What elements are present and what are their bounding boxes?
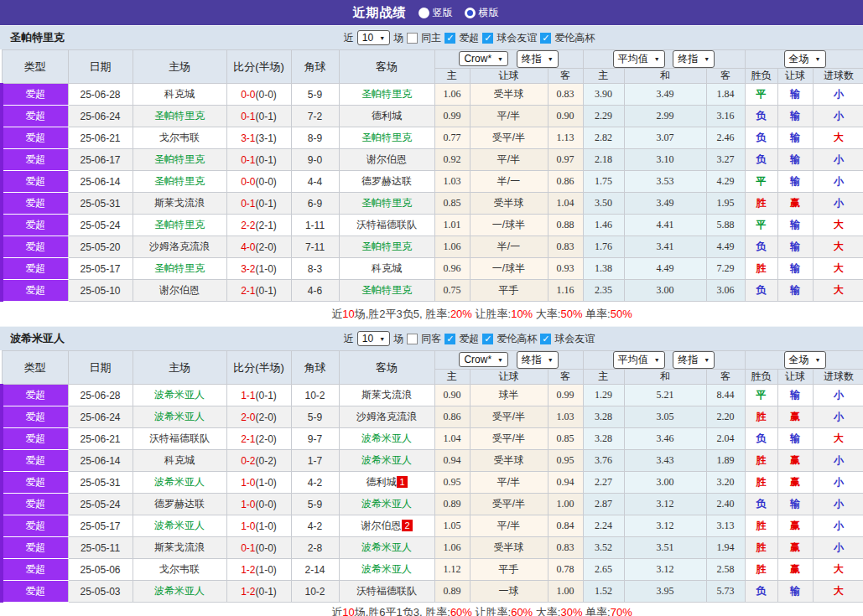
league-type-cell[interactable]: 爱超 [2,84,68,106]
away-team-name[interactable]: 圣帕特里克 [361,88,412,100]
league-type-cell[interactable]: 爱超 [2,581,68,603]
league-type-cell[interactable]: 爱超 [2,537,68,559]
away-team-cell[interactable]: 圣帕特里克 [339,280,434,302]
home-team-cell[interactable]: 圣帕特里克 [133,106,226,127]
league-type-cell[interactable]: 爱超 [2,494,68,515]
away-team-cell[interactable]: 波希米亚人 [339,494,434,515]
away-team-cell[interactable]: 德利城1 [339,472,434,494]
league-type-cell[interactable]: 爱超 [2,171,68,193]
away-team-name[interactable]: 波希米亚人 [361,498,412,510]
league-type-cell[interactable]: 爱超 [2,106,68,127]
away-team-cell[interactable]: 圣帕特里克 [339,127,434,149]
league-checkbox-2[interactable] [540,33,551,44]
home-team-cell[interactable]: 沃特福德联队 [133,428,226,450]
league-type-cell[interactable]: 爱超 [2,406,68,428]
average-select[interactable]: 平均值▼ [613,50,665,68]
home-team-name[interactable]: 圣帕特里克 [154,175,205,187]
away-team-cell[interactable]: 波希米亚人 [339,428,434,450]
home-team-cell[interactable]: 戈尔韦联 [133,559,226,581]
away-team-name[interactable]: 德罗赫达联 [361,175,412,187]
fullmatch-select[interactable]: 全场▼ [784,351,826,369]
odds-company-select[interactable]: Crow*▼ [459,51,508,66]
away-team-name[interactable]: 波希米亚人 [361,454,412,466]
home-team-cell[interactable]: 斯莱戈流浪 [133,193,226,215]
home-team-cell[interactable]: 波希米亚人 [133,472,226,494]
home-team-cell[interactable]: 波希米亚人 [133,515,226,537]
home-team-name[interactable]: 圣帕特里克 [154,262,205,274]
home-team-cell[interactable]: 德罗赫达联 [133,494,226,515]
away-team-name[interactable]: 斯莱戈流浪 [361,389,412,401]
away-team-cell[interactable]: 圣帕特里克 [339,236,434,258]
same-venue-checkbox[interactable] [407,33,418,44]
away-team-name[interactable]: 波希米亚人 [361,541,412,553]
home-team-name[interactable]: 波希米亚人 [154,520,205,531]
away-team-name[interactable]: 圣帕特里克 [361,241,412,252]
home-team-name[interactable]: 戈尔韦联 [159,563,200,575]
league-type-cell[interactable]: 爱超 [2,236,68,258]
home-team-cell[interactable]: 斯莱戈流浪 [133,537,226,559]
final-average-select[interactable]: 终指▼ [673,351,715,369]
away-team-cell[interactable]: 沃特福德联队 [339,581,434,603]
match-count-select[interactable]: 10▼ [357,30,390,45]
layout-radio-vertical[interactable]: 竖版 [419,6,453,20]
away-team-cell[interactable]: 圣帕特里克 [339,84,434,106]
league-type-cell[interactable]: 爱超 [2,280,68,302]
home-team-cell[interactable]: 沙姆洛克流浪 [133,236,226,258]
away-team-name[interactable]: 波希米亚人 [361,432,412,444]
league-checkbox-0[interactable] [444,33,455,44]
away-team-cell[interactable]: 德利城 [339,106,434,127]
away-team-name[interactable]: 德利城 [372,110,402,122]
home-team-cell[interactable]: 科克城 [133,84,226,106]
away-team-name[interactable]: 沃特福德联队 [356,585,417,597]
away-team-name[interactable]: 圣帕特里克 [361,197,412,209]
home-team-name[interactable]: 波希米亚人 [154,411,205,422]
home-team-cell[interactable]: 圣帕特里克 [133,149,226,171]
final-odds-select[interactable]: 终指▼ [517,351,559,369]
same-venue-checkbox[interactable] [407,334,418,344]
home-team-name[interactable]: 波希米亚人 [154,585,205,597]
league-checkbox-1[interactable] [482,33,493,44]
home-team-cell[interactable]: 波希米亚人 [133,406,226,428]
league-type-cell[interactable]: 爱超 [2,450,68,472]
away-team-cell[interactable]: 谢尔伯恩2 [339,515,434,537]
home-team-cell[interactable]: 圣帕特里克 [133,215,226,236]
away-team-name[interactable]: 沃特福德联队 [356,219,417,230]
home-team-cell[interactable]: 科克城 [133,450,226,472]
home-team-name[interactable]: 谢尔伯恩 [159,284,200,296]
home-team-name[interactable]: 科克城 [164,88,195,100]
away-team-cell[interactable]: 圣帕特里克 [339,193,434,215]
away-team-cell[interactable]: 沙姆洛克流浪 [339,406,434,428]
away-team-name[interactable]: 德利城 [366,476,396,488]
home-team-name[interactable]: 斯莱戈流浪 [154,541,205,553]
away-team-cell[interactable]: 谢尔伯恩 [339,149,434,171]
league-type-cell[interactable]: 爱超 [2,215,68,236]
home-team-name[interactable]: 波希米亚人 [154,476,205,488]
away-team-cell[interactable]: 波希米亚人 [339,450,434,472]
home-team-cell[interactable]: 圣帕特里克 [133,258,226,280]
away-team-cell[interactable]: 斯莱戈流浪 [339,385,434,406]
league-type-cell[interactable]: 爱超 [2,472,68,494]
average-select[interactable]: 平均值▼ [613,351,665,369]
home-team-name[interactable]: 圣帕特里克 [154,219,205,230]
away-team-name[interactable]: 圣帕特里克 [361,284,412,296]
home-team-name[interactable]: 德罗赫达联 [154,498,205,510]
league-type-cell[interactable]: 爱超 [2,127,68,149]
league-type-cell[interactable]: 爱超 [2,258,68,280]
home-team-cell[interactable]: 波希米亚人 [133,385,226,406]
match-count-select[interactable]: 10▼ [357,331,390,346]
away-team-cell[interactable]: 波希米亚人 [339,559,434,581]
odds-company-select[interactable]: Crow*▼ [459,352,508,367]
layout-radio-horizontal[interactable]: 横版 [465,6,499,20]
league-checkbox-2[interactable] [540,334,551,344]
home-team-cell[interactable]: 圣帕特里克 [133,171,226,193]
home-team-name[interactable]: 科克城 [164,454,195,466]
away-team-cell[interactable]: 沃特福德联队 [339,215,434,236]
away-team-name[interactable]: 沙姆洛克流浪 [356,411,417,422]
away-team-cell[interactable]: 科克城 [339,258,434,280]
league-type-cell[interactable]: 爱超 [2,149,68,171]
league-type-cell[interactable]: 爱超 [2,559,68,581]
final-average-select[interactable]: 终指▼ [673,50,715,68]
home-team-cell[interactable]: 谢尔伯恩 [133,280,226,302]
home-team-name[interactable]: 戈尔韦联 [159,132,200,143]
away-team-cell[interactable]: 波希米亚人 [339,537,434,559]
